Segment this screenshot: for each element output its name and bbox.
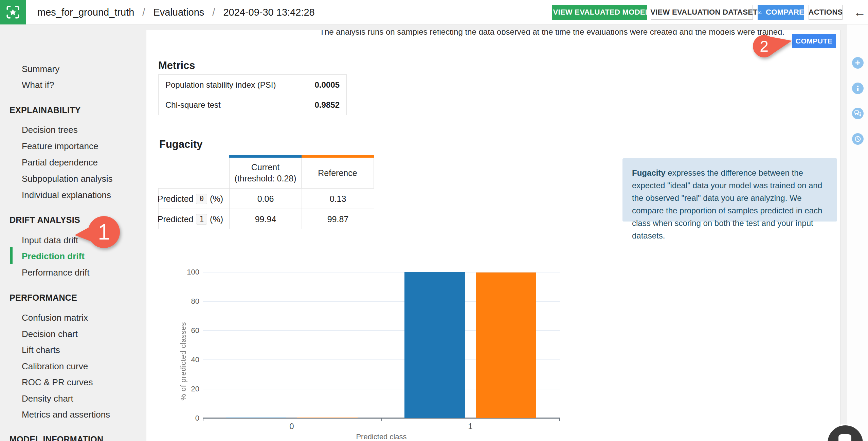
chart-magnifier-icon xyxy=(758,8,762,16)
sidebar-item-decision-chart[interactable]: Decision chart xyxy=(22,329,78,339)
sidebar-section-explainability: EXPLAINABILITY xyxy=(10,105,81,115)
vertical-scrollbar[interactable] xyxy=(840,30,847,441)
y-tick-label: 0 xyxy=(176,414,199,423)
active-item-indicator xyxy=(10,247,13,264)
sidebar-item-subpopulation-analysis[interactable]: Subpopulation analysis xyxy=(22,174,112,184)
y-tick-label: 40 xyxy=(176,355,199,364)
breadcrumb-evaluations[interactable]: Evaluations xyxy=(153,7,204,18)
top-header-bar: mes_for_ground_truth / Evaluations / 202… xyxy=(0,0,868,24)
sidebar-item-lift-charts[interactable]: Lift charts xyxy=(22,345,60,355)
add-button[interactable] xyxy=(852,57,864,69)
sidebar-item-density-chart[interactable]: Density chart xyxy=(22,393,73,404)
sidebar-item-partial-dependence[interactable]: Partial dependence xyxy=(22,157,98,168)
x-category-label: 0 xyxy=(271,422,312,431)
sidebar-item-metrics-and-assertions[interactable]: Metrics and assertions xyxy=(22,409,110,420)
x-axis-tick xyxy=(203,418,203,421)
x-axis-title: Predicted class xyxy=(203,433,560,441)
breadcrumb: mes_for_ground_truth / Evaluations / 202… xyxy=(37,0,315,24)
y-tick-label: 100 xyxy=(176,268,199,277)
view-evaluation-dataset-button[interactable]: VIEW EVALUATION DATASET xyxy=(651,5,753,20)
view-evaluated-model-label: VIEW EVALUATED MODEL xyxy=(553,8,650,17)
sidebar-item-calibration-curve[interactable]: Calibration curve xyxy=(22,361,88,372)
chart-bar-reference-class-0 xyxy=(297,418,358,418)
breadcrumb-evaluation-timestamp[interactable]: 2024-09-30 13:42:28 xyxy=(223,7,314,18)
sidebar-item-prediction-drift[interactable]: Prediction drift xyxy=(22,251,85,262)
breadcrumb-project[interactable]: mes_for_ground_truth xyxy=(37,7,134,18)
prediction-class-bar-chart: % of predicted classes Predicted class 0… xyxy=(146,30,840,441)
chart-bar-reference-class-1 xyxy=(476,272,536,418)
compare-button[interactable]: COMPARE xyxy=(758,5,804,20)
chart-bar-current-class-1 xyxy=(404,272,465,418)
y-tick-label: 80 xyxy=(176,297,199,306)
discussions-icon xyxy=(854,110,862,117)
info-icon xyxy=(855,85,861,91)
sidebar-section-model-information: MODEL INFORMATION xyxy=(10,435,103,441)
history-button[interactable] xyxy=(852,133,864,145)
actions-button[interactable]: ACTIONS xyxy=(809,5,843,20)
chart-bar-current-class-0 xyxy=(226,418,286,418)
sidebar-item-summary[interactable]: Summary xyxy=(22,64,59,74)
breadcrumb-separator: / xyxy=(142,7,145,18)
y-tick-label: 20 xyxy=(176,385,199,393)
view-evaluated-model-button[interactable]: VIEW EVALUATED MODEL xyxy=(552,5,647,20)
compute-button[interactable]: COMPUTE xyxy=(792,34,836,48)
info-button[interactable] xyxy=(852,83,864,94)
plus-icon xyxy=(855,60,861,66)
sidebar-item-decision-trees[interactable]: Decision trees xyxy=(22,125,78,135)
sidebar-item-confusion-matrix[interactable]: Confusion matrix xyxy=(22,313,88,323)
x-axis-tick xyxy=(559,418,560,421)
view-evaluation-dataset-label: VIEW EVALUATION DATASET xyxy=(650,8,758,17)
y-tick-label: 60 xyxy=(176,326,199,335)
y-axis-title: % of predicted classes xyxy=(179,292,188,401)
report-sidebar-nav: Summary What if? EXPLAINABILITY Decision… xyxy=(0,24,146,441)
actions-label: ACTIONS xyxy=(808,8,843,17)
x-axis-tick xyxy=(381,418,382,421)
sidebar-item-feature-importance[interactable]: Feature importance xyxy=(22,141,98,152)
collapse-panel-arrow[interactable]: ← xyxy=(854,5,866,19)
star-in-brackets-icon xyxy=(5,5,20,20)
sidebar-section-performance: PERFORMANCE xyxy=(10,293,77,303)
sidebar-section-drift-analysis: DRIFT ANALYSIS xyxy=(10,215,80,225)
breadcrumb-separator: / xyxy=(212,7,215,18)
clock-icon xyxy=(854,136,861,142)
sidebar-item-what-if[interactable]: What if? xyxy=(22,80,54,90)
sidebar-item-input-data-drift[interactable]: Input data drift xyxy=(22,235,78,246)
sidebar-item-performance-drift[interactable]: Performance drift xyxy=(22,267,89,278)
prediction-drift-content-panel: The analysis runs on samples reflecting … xyxy=(146,30,840,441)
discussions-button[interactable] xyxy=(852,108,864,119)
model-evaluation-store-logo[interactable] xyxy=(0,0,26,24)
chat-widget-logo xyxy=(838,434,851,441)
sidebar-item-roc-pr-curves[interactable]: ROC & PR curves xyxy=(22,377,93,388)
x-category-label: 1 xyxy=(450,422,491,431)
compare-label: COMPARE xyxy=(766,8,804,17)
right-action-rail xyxy=(847,24,868,441)
sidebar-item-individual-explanations[interactable]: Individual explanations xyxy=(22,190,111,200)
